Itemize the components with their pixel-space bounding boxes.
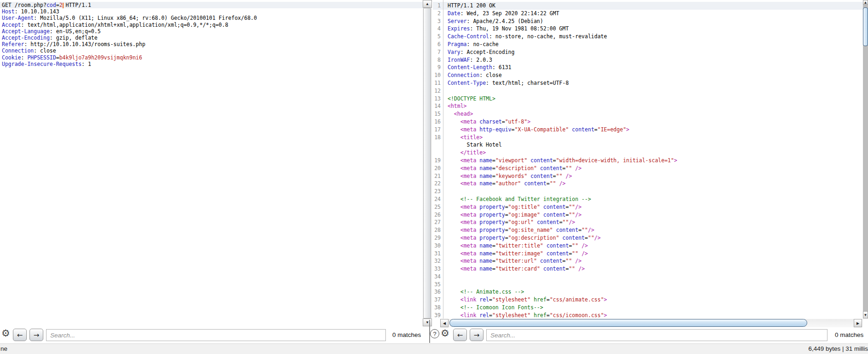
scrollbar-thumb[interactable]: [449, 319, 807, 327]
code-line: 37 <link rel="stylesheet" href="css/anim…: [433, 296, 863, 304]
scrollbar-thumb[interactable]: [863, 7, 868, 46]
scrollbar-thumb[interactable]: [423, 8, 431, 319]
code-line: 20 <meta name="description" content="" /…: [433, 165, 863, 172]
search-next-button[interactable]: →: [29, 329, 43, 341]
scroll-right-button[interactable]: ▶: [854, 319, 862, 327]
code-line: 22 <meta name="author" content="" />: [433, 180, 863, 188]
response-size-time: 6,449 bytes | 31 millis: [808, 345, 868, 352]
line-number: 19: [433, 157, 443, 165]
code-line: Upgrade-Insecure-Requests: 1: [0, 61, 423, 67]
line-number: 18: [433, 134, 443, 142]
code-line: GET /room.php?cod=2 HTTP/1.1: [0, 2, 423, 8]
gutter-separator: [443, 0, 443, 319]
code-line: 9Content-Length: 6131: [433, 64, 863, 71]
line-number: 15: [433, 110, 443, 118]
code-line: 28 <meta property="og:site_name" content…: [433, 226, 863, 234]
code-line: 25 <meta property="og:title" content=""/…: [433, 203, 863, 211]
response-editor[interactable]: 1HTTP/1.1 200 OK2Date: Wed, 23 Sep 2020 …: [433, 0, 863, 320]
arrow-left-icon: ←: [457, 331, 463, 339]
line-number: 20: [433, 165, 443, 172]
request-vertical-scrollbar[interactable]: ▲ ▼: [423, 0, 432, 326]
response-search-input[interactable]: [486, 329, 827, 341]
request-editor[interactable]: GET /room.php?cod=2 HTTP/1.1Host: 10.10.…: [0, 0, 423, 328]
line-number: 14: [433, 102, 443, 110]
code-line: 15 <head>: [433, 110, 863, 118]
response-search-matches: 0 matches: [835, 331, 863, 338]
code-line: 31 <meta name="twitter:image" content=""…: [433, 250, 863, 258]
arrow-right-icon: →: [34, 331, 40, 339]
code-line: 1HTTP/1.1 200 OK: [433, 2, 863, 10]
code-line: 33 <meta name="twitter:card" content="" …: [433, 265, 863, 273]
code-line: 39 <link rel="stylesheet" href="css/icom…: [433, 312, 863, 319]
request-search-input[interactable]: [46, 329, 386, 341]
code-line: </title>: [433, 149, 863, 157]
line-number: 36: [433, 288, 443, 296]
code-line: 19 <meta name="viewport" content="width=…: [433, 157, 863, 165]
line-number: 17: [433, 126, 443, 134]
response-vertical-scrollbar[interactable]: ▲ ▼: [863, 0, 868, 319]
search-settings-icon[interactable]: ⚙: [1, 328, 10, 338]
code-line: 10Connection: close: [433, 71, 863, 79]
code-line: 3Server: Apache/2.4.25 (Debian): [433, 18, 863, 25]
code-line: 5Cache-Control: no-store, no-cache, must…: [433, 33, 863, 41]
line-number: 3: [433, 18, 443, 25]
scroll-down-icon: ▼: [864, 313, 868, 317]
code-line: 21 <meta name="keywords" content="" />: [433, 172, 863, 180]
scroll-down-button[interactable]: ▼: [423, 319, 432, 326]
line-number: 32: [433, 257, 443, 265]
scroll-up-icon: ▲: [425, 2, 429, 6]
line-number: 16: [433, 118, 443, 126]
code-line: 17 <meta http-equiv="X-UA-Compatible" co…: [433, 126, 863, 134]
burp-message-viewer: GET /room.php?cod=2 HTTP/1.1Host: 10.10.…: [0, 0, 868, 354]
line-number: 24: [433, 195, 443, 203]
code-line: 4Expires: Thu, 19 Nov 1981 08:52:00 GMT: [433, 25, 863, 33]
code-line: Referer: http://10.10.10.143/rooms-suite…: [0, 41, 423, 47]
code-line: 11Content-Type: text/html; charset=UTF-8: [433, 79, 863, 87]
line-number: 10: [433, 71, 443, 79]
code-line: 32 <meta name="twitter:url" content="" /…: [433, 257, 863, 265]
code-line: 35: [433, 281, 863, 289]
scroll-left-button[interactable]: ◀: [440, 319, 449, 327]
line-number: 25: [433, 203, 443, 211]
code-line: 16 <meta charset="utf-8">: [433, 118, 863, 126]
code-line: 34: [433, 273, 863, 281]
code-line: 26 <meta property="og:image" content=""/…: [433, 211, 863, 219]
code-line: 36 <!-- Animate.css -->: [433, 288, 863, 296]
line-number: 27: [433, 218, 443, 226]
line-number: 39: [433, 312, 443, 319]
status-bar: ne 6,449 bytes | 31 millis: [0, 343, 868, 354]
search-next-button[interactable]: →: [470, 329, 484, 341]
line-number: 13: [433, 95, 443, 103]
code-line: Accept-Language: en-US,en;q=0.5: [0, 28, 423, 35]
line-number: 1: [433, 2, 443, 10]
help-icon[interactable]: ?: [430, 329, 439, 338]
pane-divider[interactable]: [429, 320, 430, 343]
line-number: 38: [433, 304, 443, 312]
arrow-left-icon: ←: [17, 331, 23, 339]
code-line: Host: 10.10.10.143: [0, 8, 423, 15]
search-settings-icon[interactable]: ⚙: [441, 328, 449, 338]
line-number: 30: [433, 242, 443, 250]
line-number: 21: [433, 172, 443, 180]
scroll-up-button[interactable]: ▲: [423, 0, 432, 8]
code-line: Accept-Encoding: gzip, deflate: [0, 35, 423, 41]
scroll-right-icon: ▶: [856, 321, 859, 325]
code-line: 18 <title>: [433, 134, 863, 142]
search-previous-button[interactable]: ←: [13, 329, 27, 341]
line-number: 33: [433, 265, 443, 273]
response-horizontal-scrollbar[interactable]: ◀ ▶: [440, 319, 862, 327]
status-left-text: ne: [0, 345, 7, 352]
code-line: Connection: close: [0, 47, 423, 54]
line-number: 11: [433, 79, 443, 87]
search-previous-button[interactable]: ←: [453, 329, 467, 341]
line-number: 8: [433, 56, 443, 64]
code-line: Cookie: PHPSESSID=b4k9ljo7a9h209vsijmqkn…: [0, 54, 423, 61]
code-line: 27 <meta property="og:url" content=""/>: [433, 218, 863, 226]
line-number: 5: [433, 33, 443, 41]
scroll-down-button[interactable]: ▼: [863, 311, 868, 319]
line-number: [433, 149, 443, 157]
code-line: 29 <meta property="og:description" conte…: [433, 234, 863, 242]
line-number: 12: [433, 87, 443, 95]
line-number: 29: [433, 234, 443, 242]
scroll-up-button[interactable]: ▲: [863, 0, 868, 5]
